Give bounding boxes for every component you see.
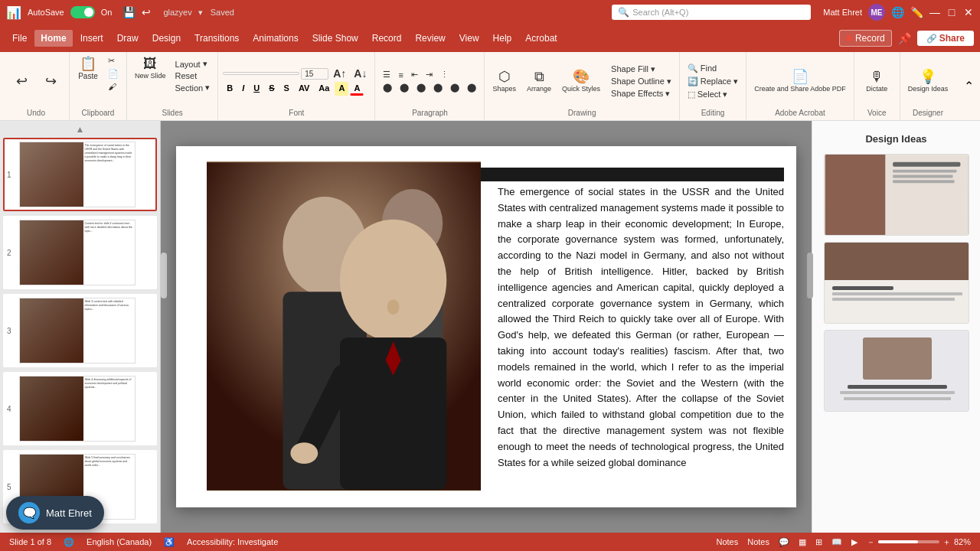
menu-view[interactable]: View <box>453 30 485 47</box>
indent-decrease-button[interactable]: ⇤ <box>408 69 421 80</box>
bold-button[interactable]: B <box>223 82 237 96</box>
chat-avatar-icon: 🗨️ <box>23 507 36 519</box>
share-button[interactable]: 🔗 Share <box>917 31 974 46</box>
slide-thumb-1[interactable]: 1 The emergence of social states in the … <box>3 138 157 211</box>
redo-button[interactable]: ↪ <box>37 73 64 90</box>
new-slide-button[interactable]: 🖼 New Slide <box>132 55 169 81</box>
shape-outline-button[interactable]: Shape Outline ▾ <box>608 76 675 87</box>
font-name-input[interactable] <box>223 72 299 75</box>
close-button[interactable]: ✕ <box>963 7 974 18</box>
arrange-button[interactable]: ⧉ Arrange <box>524 68 554 94</box>
menu-insert[interactable]: Insert <box>74 30 109 47</box>
menu-home[interactable]: Home <box>34 30 72 47</box>
layout-button[interactable]: Layout ▾ <box>172 58 214 70</box>
underline-button[interactable]: U <box>250 82 263 96</box>
design-ideas-button[interactable]: 💡 Design Ideas <box>905 55 952 107</box>
section-button[interactable]: Section ▾ <box>172 82 214 93</box>
align-center-button[interactable]: ⬤ <box>397 82 412 93</box>
find-button[interactable]: 🔍 Find <box>684 63 741 74</box>
scroll-up-icon[interactable]: ▲ <box>76 124 85 135</box>
zoom-slider[interactable] <box>878 540 939 543</box>
menu-design[interactable]: Design <box>146 30 187 47</box>
menu-review[interactable]: Review <box>409 30 451 47</box>
case-button[interactable]: Aa <box>315 82 333 96</box>
shapes-button[interactable]: ⬡ Shapes <box>489 68 519 94</box>
textshadow-button[interactable]: S <box>280 82 293 96</box>
accessibility-status[interactable]: Accessibility: Investigate <box>187 537 278 546</box>
slideshow-icon[interactable]: ▶ <box>851 537 858 547</box>
canvas-area[interactable]: The emergence of social states in the US… <box>161 121 812 533</box>
shape-effects-button[interactable]: Shape Effects ▾ <box>608 88 675 99</box>
column-button[interactable]: ⋮ <box>437 69 452 80</box>
menu-acrobat[interactable]: Acrobat <box>519 30 563 47</box>
italic-button[interactable]: I <box>238 82 248 96</box>
maximize-button[interactable]: □ <box>946 7 957 18</box>
menu-slideshow[interactable]: Slide Show <box>306 30 364 47</box>
cut-button[interactable]: ✂ <box>105 55 122 67</box>
menu-file[interactable]: File <box>6 30 33 47</box>
undo-button[interactable]: ↩ <box>8 73 35 90</box>
shape-outline-label: Shape Outline <box>611 77 665 86</box>
slide-sorter-icon[interactable]: ⊞ <box>815 537 822 547</box>
justify-button[interactable]: ⬤ <box>430 82 446 93</box>
indent-increase-button[interactable]: ⇥ <box>423 69 436 80</box>
slide-thumb-2[interactable]: 2 Content text for slide 2 continues her… <box>3 216 157 289</box>
slides-label: Slides <box>162 107 182 117</box>
dictate-button[interactable]: 🎙 Dictate <box>863 55 890 107</box>
quick-styles-button[interactable]: 🎨 Quick Styles <box>559 68 603 94</box>
replace-button[interactable]: 🔄 Replace ▾ <box>684 76 741 87</box>
strikethrough-button[interactable]: S <box>265 82 278 96</box>
zoom-out-icon[interactable]: － <box>867 536 875 548</box>
title-bar: 📊 AutoSave On 💾 ↩ glazyev ▾ Saved 🔍 Sear… <box>0 0 980 24</box>
decrease-font-button[interactable]: A↓ <box>351 67 370 80</box>
convert-smartart-button[interactable]: ⬤ <box>464 82 479 93</box>
highlight-button[interactable]: A <box>335 82 348 96</box>
paste-button[interactable]: 📋 Paste <box>74 55 102 82</box>
chat-bubble[interactable]: 🗨️ Matt Ehret <box>6 496 104 530</box>
normal-view-icon[interactable]: ▦ <box>799 537 806 547</box>
app-logo-icon: 📊 <box>6 5 21 20</box>
design-idea-3[interactable] <box>824 330 969 412</box>
menu-animations[interactable]: Animations <box>247 30 304 47</box>
comments-icon[interactable]: 💬 <box>779 537 789 547</box>
menu-draw[interactable]: Draw <box>111 30 145 47</box>
copy-icon: 📄 <box>108 69 119 79</box>
charspace-button[interactable]: AV <box>295 82 313 96</box>
menu-help[interactable]: Help <box>487 30 518 47</box>
record-label: Record <box>855 33 885 44</box>
user-avatar[interactable]: ME <box>868 4 885 21</box>
user-name: Matt Ehret <box>823 8 862 17</box>
design-idea-1[interactable] <box>824 154 969 236</box>
slide-thumb-3[interactable]: 3 Slide 3 content text with detailed inf… <box>3 294 157 367</box>
copy-button[interactable]: 📄 <box>105 68 122 80</box>
select-button[interactable]: ⬚ Select ▾ <box>684 89 741 100</box>
svg-point-9 <box>290 442 318 464</box>
design-idea-2[interactable] <box>824 242 969 324</box>
increase-font-button[interactable]: A↑ <box>330 67 349 80</box>
text-direction-button[interactable]: ⬤ <box>447 82 462 93</box>
collapse-ribbon-icon[interactable]: ⌃ <box>964 79 974 93</box>
create-share-pdf-button[interactable]: 📄 Create and Share Adobe PDF <box>751 55 849 107</box>
format-painter-button[interactable]: 🖌 <box>105 81 122 92</box>
autosave-toggle[interactable] <box>70 6 95 18</box>
reset-button[interactable]: Reset <box>172 70 214 81</box>
svg-point-8 <box>387 299 400 315</box>
bullets-button[interactable]: ☰ <box>380 69 394 80</box>
menu-record[interactable]: Record <box>366 30 408 47</box>
minimize-button[interactable]: — <box>929 7 940 18</box>
reading-view-icon[interactable]: 📖 <box>831 537 842 547</box>
align-left-button[interactable]: ⬤ <box>380 82 395 93</box>
slide-thumb-4[interactable]: 4 Slide 4 discussing additional aspects … <box>3 372 157 445</box>
font-size-input[interactable]: 15 <box>301 68 328 80</box>
slide-canvas[interactable]: The emergence of social states in the US… <box>176 146 796 507</box>
search-bar[interactable]: 🔍 Search (Alt+Q) <box>612 5 811 20</box>
shape-fill-button[interactable]: Shape Fill ▾ <box>608 64 675 75</box>
numbering-button[interactable]: ≡ <box>395 70 406 80</box>
notes-button[interactable]: Notes <box>716 537 738 546</box>
fontcolor-button[interactable]: A <box>350 82 364 96</box>
align-right-button[interactable]: ⬤ <box>413 82 429 93</box>
menu-transitions[interactable]: Transitions <box>188 30 245 47</box>
record-button[interactable]: Record <box>839 30 892 47</box>
zoom-in-icon[interactable]: ＋ <box>942 536 951 548</box>
zoom-level[interactable]: 82% <box>954 537 971 546</box>
